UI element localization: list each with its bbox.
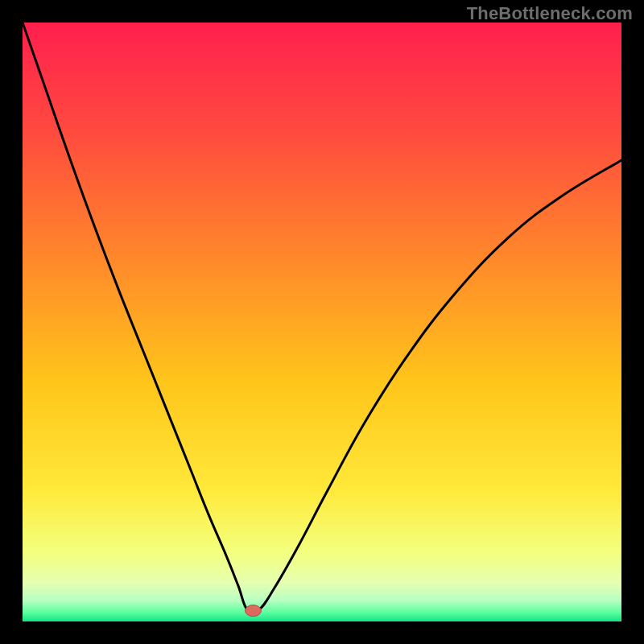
optimum-marker [245,605,261,617]
gradient-background [23,23,621,621]
plot-area [23,23,621,621]
chart-frame: TheBottleneck.com [0,0,644,644]
chart-svg [23,23,621,621]
watermark-text: TheBottleneck.com [467,3,633,24]
